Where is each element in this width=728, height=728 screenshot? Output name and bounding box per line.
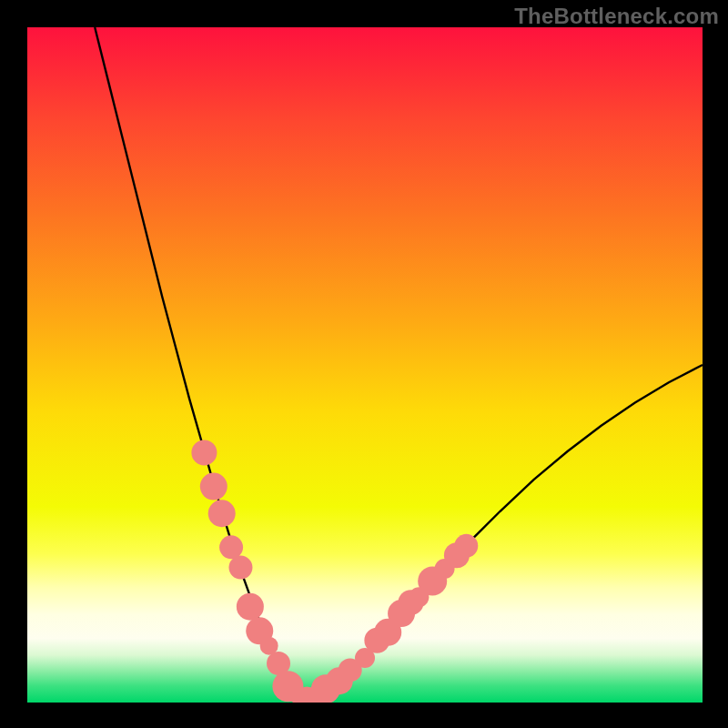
- data-marker: [237, 593, 264, 621]
- gradient-background: [27, 27, 703, 703]
- watermark-text: TheBottleneck.com: [514, 4, 719, 29]
- plot-area: [27, 27, 703, 703]
- data-marker: [228, 556, 252, 580]
- chart-frame: TheBottleneck.com: [0, 0, 728, 728]
- data-marker: [219, 535, 243, 559]
- data-marker: [191, 440, 217, 465]
- data-marker: [454, 534, 478, 558]
- data-marker: [208, 500, 236, 527]
- bottleneck-chart: [27, 27, 703, 703]
- data-marker: [200, 473, 228, 500]
